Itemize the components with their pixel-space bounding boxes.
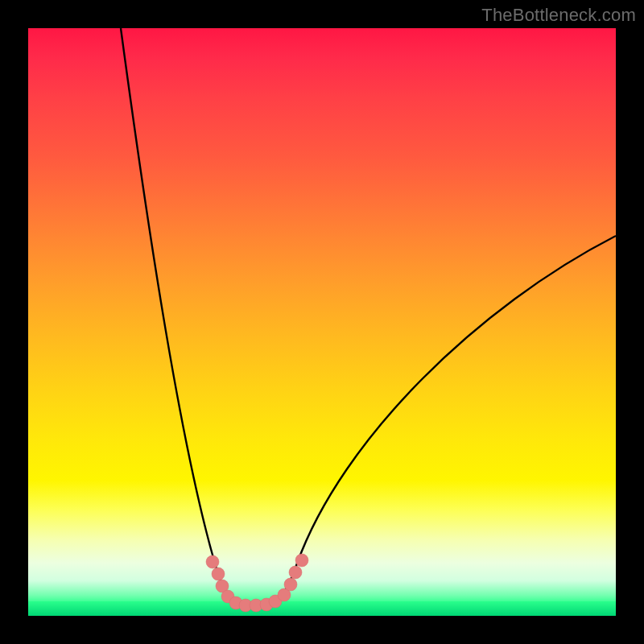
marker-cluster xyxy=(206,554,308,612)
svg-point-1 xyxy=(212,568,225,580)
svg-point-12 xyxy=(295,554,308,567)
watermark-label: TheBottleneck.com xyxy=(481,5,636,26)
curve-path xyxy=(121,28,616,607)
svg-point-10 xyxy=(284,578,297,591)
plot-area xyxy=(28,28,616,616)
bottleneck-curve xyxy=(28,28,616,616)
svg-point-0 xyxy=(206,555,219,568)
chart-frame: TheBottleneck.com xyxy=(0,0,644,644)
svg-point-11 xyxy=(289,566,302,579)
